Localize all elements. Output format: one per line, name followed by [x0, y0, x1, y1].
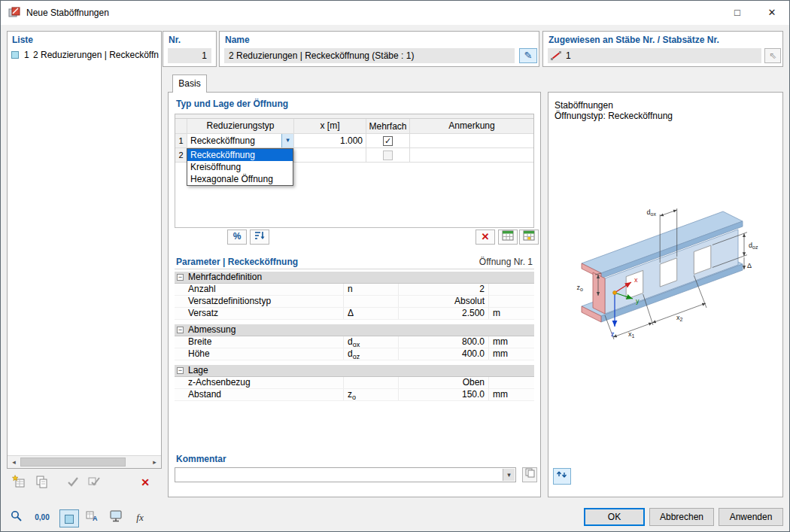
param-row: Anzahl n 2 — [175, 284, 534, 296]
param-value[interactable]: 800.0 — [399, 336, 489, 348]
scroll-left-icon[interactable]: ◂ — [8, 456, 20, 468]
export-table-button[interactable] — [498, 230, 518, 245]
assigned-value: 1 — [566, 50, 571, 61]
opening-section-title: Typ und Lage der Öffnung — [176, 99, 288, 109]
pencil-icon: ✎ — [524, 50, 533, 61]
mehrfach-cell[interactable]: ✓ — [366, 134, 410, 147]
collapse-icon[interactable]: − — [177, 274, 184, 281]
display-settings-button[interactable] — [106, 509, 126, 527]
svg-text:Δ: Δ — [747, 262, 752, 269]
sort-icon — [254, 230, 266, 241]
name-panel: Name 2 Reduzierungen | Reckecköffnung (S… — [219, 31, 539, 67]
maximize-button[interactable]: □ — [720, 1, 755, 25]
main-content-panel: Typ und Lage der Öffnung Reduzierungstyp… — [168, 92, 541, 497]
decimal-places-button[interactable]: 0,00 — [31, 509, 53, 527]
list-title: Liste — [12, 35, 33, 45]
collapse-icon[interactable]: − — [177, 367, 184, 374]
x-cell[interactable] — [294, 148, 366, 162]
scroll-right-icon[interactable]: ▸ — [148, 456, 161, 468]
svg-text:x1: x1 — [628, 330, 635, 339]
param-row: Versatz Δ 2.500 m — [175, 308, 534, 320]
param-value[interactable]: 2.500 — [399, 308, 489, 319]
nr-panel: Nr. 1 — [163, 31, 217, 67]
delete-item-button[interactable]: ✕ — [136, 475, 154, 491]
reduzierungstyp-cell[interactable]: Reckecköffnung ▾ — [187, 134, 294, 147]
svg-text:x: x — [634, 276, 638, 284]
numbering-display-button[interactable]: A — [82, 509, 102, 527]
anmerkung-cell[interactable] — [410, 148, 533, 162]
row-number[interactable]: 2 — [175, 148, 187, 162]
table-export-icon — [502, 230, 514, 241]
window-title: Neue Staböffnungen — [26, 8, 109, 18]
sort-button[interactable] — [250, 230, 269, 245]
svg-text:y: y — [636, 297, 640, 305]
chevron-down-icon: ▾ — [286, 136, 290, 144]
dropdown-option[interactable]: Reckecköffnung — [187, 149, 293, 161]
decimal-places-label: 0,00 — [35, 513, 49, 521]
param-label: Höhe — [175, 348, 344, 360]
percent-button[interactable]: % — [227, 230, 247, 245]
param-value[interactable]: 150.0 — [399, 389, 489, 400]
ok-label: OK — [608, 512, 621, 522]
param-group-abmessung[interactable]: − Abmessung — [175, 324, 534, 336]
param-group-name: Lage — [188, 365, 208, 375]
formula-button[interactable]: fx — [130, 509, 150, 527]
preview-title: Staböffnungen — [555, 100, 613, 111]
ok-button[interactable]: OK — [584, 508, 645, 526]
param-value[interactable]: Oben — [399, 377, 489, 388]
deselect-items-button[interactable] — [85, 475, 103, 491]
param-symbol: doz — [344, 348, 399, 360]
checkbox-disabled — [383, 150, 393, 160]
delete-rows-button[interactable]: ✕ — [476, 230, 495, 245]
anmerkung-cell[interactable] — [410, 134, 533, 147]
comment-combobox[interactable]: ▾ — [175, 467, 516, 482]
app-icon — [8, 7, 20, 19]
preview-options-button[interactable] — [553, 468, 571, 485]
param-group-mehrfachdefinition[interactable]: − Mehrfachdefinition — [175, 272, 534, 284]
row-number[interactable]: 1 — [175, 134, 187, 147]
param-section-title: Parameter | Reckecköffnung — [176, 257, 298, 267]
param-symbol: n — [344, 284, 399, 295]
col-header-anmerkung: Anmerkung — [410, 119, 533, 133]
search-button[interactable] — [7, 509, 26, 527]
tab-basis[interactable]: Basis — [172, 74, 207, 93]
svg-text:zo: zo — [577, 284, 584, 292]
checkbox-checked[interactable]: ✓ — [383, 136, 393, 146]
edit-name-button[interactable]: ✎ — [519, 48, 537, 63]
titlebar[interactable]: Neue Staböffnungen □ ✕ — [1, 1, 789, 25]
col-header-type: Reduzierungstyp — [187, 119, 294, 133]
list-item[interactable]: 1 2 Reduzierungen | Reckecköffn — [9, 48, 160, 62]
apply-button[interactable]: Anwenden — [719, 508, 783, 526]
collapse-icon[interactable]: − — [177, 327, 184, 333]
nr-value: 1 — [168, 48, 211, 63]
nr-label: Nr. — [169, 35, 181, 45]
monitor-icon — [109, 509, 123, 523]
param-value[interactable]: 400.0 — [399, 348, 489, 360]
import-table-button[interactable] — [519, 230, 539, 245]
dropdown-option[interactable]: Kreisöffnung — [187, 161, 293, 173]
param-value[interactable]: Absolut — [399, 296, 489, 307]
param-group-lage[interactable]: − Lage — [175, 365, 534, 377]
horizontal-scrollbar[interactable]: ◂ ▸ — [8, 455, 161, 468]
chevron-down-icon[interactable]: ▾ — [503, 469, 515, 481]
reduzierungstyp-dropdown-button[interactable]: ▾ — [281, 134, 293, 147]
pick-icon: ⇖ — [769, 50, 776, 61]
cancel-button[interactable]: Abbrechen — [649, 508, 714, 526]
beam-opening-diagram: dox doz Δ zo x1 x2 x y z — [548, 189, 784, 415]
comment-library-button[interactable] — [522, 467, 537, 482]
x-cell[interactable]: 1.000 — [294, 134, 366, 147]
dropdown-option[interactable]: Hexagonale Öffnung — [187, 173, 293, 185]
param-unit: mm — [489, 348, 534, 360]
copy-item-button[interactable] — [32, 475, 50, 491]
color-display-button[interactable] — [59, 509, 79, 527]
close-button[interactable]: ✕ — [755, 1, 789, 25]
table-import-icon — [523, 230, 535, 241]
pick-members-button[interactable]: ⇖ — [764, 48, 781, 63]
param-group-name: Mehrfachdefinition — [188, 272, 262, 282]
select-items-button[interactable] — [64, 475, 82, 491]
svg-text:dox: dox — [647, 208, 657, 217]
mehrfach-cell[interactable] — [366, 148, 410, 162]
param-value[interactable]: 2 — [399, 284, 489, 295]
new-item-button[interactable] — [10, 475, 28, 491]
scroll-thumb[interactable] — [20, 458, 126, 467]
